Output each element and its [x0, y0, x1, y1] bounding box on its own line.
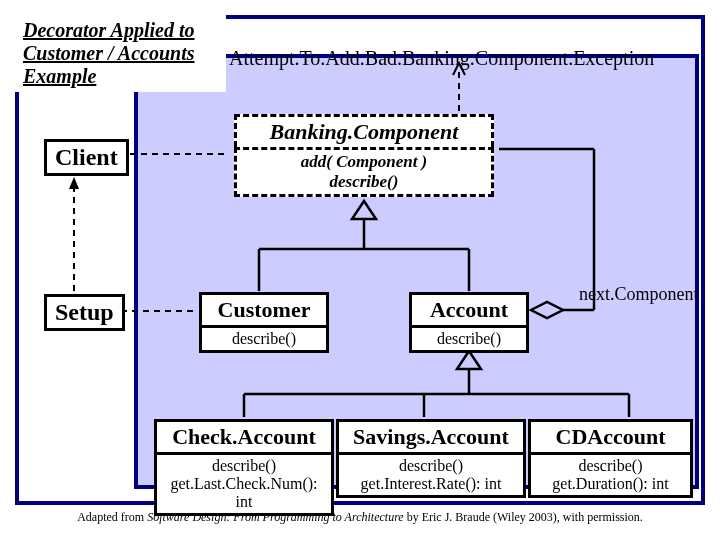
class-name: Account — [409, 292, 529, 325]
svg-marker-2 — [69, 177, 79, 189]
check-account-class: Check.Account describe() get.Last.Check.… — [154, 419, 334, 516]
class-name: Banking.Component — [234, 114, 494, 147]
attribution-suffix: by Eric J. Braude (Wiley 2003), with per… — [404, 510, 643, 524]
customer-class: Customer describe() — [199, 292, 329, 353]
outer-frame: Decorator Applied to Customer / Accounts… — [15, 15, 705, 505]
class-name: Customer — [199, 292, 329, 325]
class-ops: describe() get.Duration(): int — [528, 452, 693, 498]
exception-class: Attempt.To.Add.Bad.Banking.Component.Exc… — [229, 47, 654, 70]
attribution: Adapted from Software Design: From Progr… — [0, 510, 720, 525]
class-ops: add( Component ) describe() — [234, 147, 494, 197]
class-name: Check.Account — [154, 419, 334, 452]
svg-marker-14 — [457, 351, 481, 369]
svg-marker-10 — [531, 302, 563, 318]
setup-class: Setup — [44, 294, 125, 331]
cd-account-class: CDAccount describe() get.Duration(): int — [528, 419, 693, 498]
next-component-label: next.Component — [579, 284, 699, 305]
client-class: Client — [44, 139, 129, 176]
class-ops: describe() get.Interest.Rate(): int — [336, 452, 526, 498]
attribution-prefix: Adapted from — [77, 510, 147, 524]
class-ops: describe() get.Last.Check.Num(): int — [154, 452, 334, 516]
banking-component-class: Banking.Component add( Component ) descr… — [234, 114, 494, 197]
class-name: CDAccount — [528, 419, 693, 452]
class-ops: describe() — [409, 325, 529, 353]
class-name: Savings.Account — [336, 419, 526, 452]
class-ops: describe() — [199, 325, 329, 353]
account-class: Account describe() — [409, 292, 529, 353]
diagram-title: Decorator Applied to Customer / Accounts… — [15, 15, 226, 92]
savings-account-class: Savings.Account describe() get.Interest.… — [336, 419, 526, 498]
svg-marker-5 — [352, 201, 376, 219]
